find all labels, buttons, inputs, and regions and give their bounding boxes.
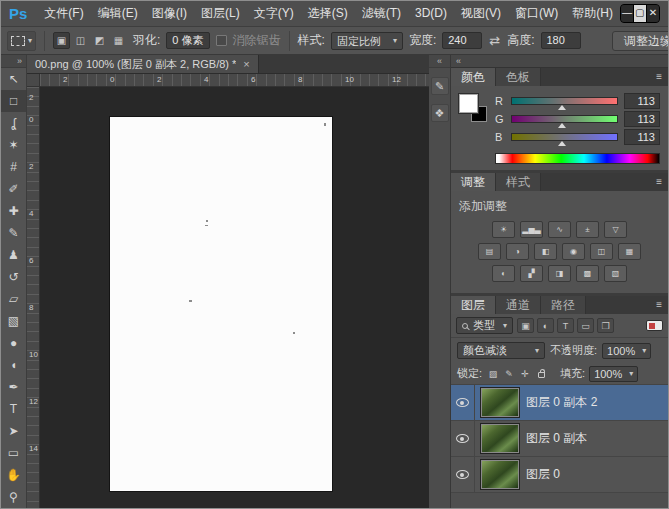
channel-mixer-icon[interactable]: ◫ — [590, 243, 613, 260]
move-tool[interactable]: ↖ — [1, 68, 26, 90]
channel-value-b[interactable]: 113 — [624, 129, 660, 145]
exposure-icon[interactable]: ± — [576, 221, 599, 238]
vibrance-icon[interactable]: ▽ — [604, 221, 627, 238]
menu-item-filter[interactable]: 滤镜(T) — [355, 1, 408, 26]
blend-mode-dropdown[interactable]: 颜色减淡 ▾ — [457, 342, 545, 359]
brush-panel-icon[interactable]: ✎ — [431, 77, 449, 95]
magic-wand-tool[interactable]: ✶ — [1, 134, 26, 156]
layer-filter-type-dropdown[interactable]: 类型 ▾ — [456, 317, 513, 334]
tab-adjustments[interactable]: 调整 — [451, 173, 496, 191]
slider-thumb[interactable] — [558, 141, 566, 146]
refine-edge-button[interactable]: 调整边缘 — [612, 31, 669, 51]
type-tool[interactable]: T — [1, 398, 26, 420]
canvas[interactable] — [40, 87, 429, 508]
layer-visibility-toggle[interactable] — [451, 421, 475, 456]
fill-dropdown[interactable]: 100% ▾ — [589, 366, 638, 382]
rectangular-marquee-tool[interactable]: □ — [1, 90, 26, 112]
menu-item-file[interactable]: 文件(F) — [37, 1, 90, 26]
curves-icon[interactable]: ∿ — [548, 221, 571, 238]
layer-thumbnail[interactable] — [481, 424, 519, 453]
threshold-icon[interactable]: ◨ — [548, 265, 571, 282]
lock-pixels-icon[interactable]: ✎ — [502, 366, 516, 381]
layer-row[interactable]: 图层 0 — [451, 457, 668, 493]
gradient-map-icon[interactable]: ▩ — [576, 265, 599, 282]
intersect-selection-icon[interactable]: ▦ — [110, 32, 127, 49]
channel-value-g[interactable]: 113 — [624, 111, 660, 127]
lock-transparency-icon[interactable]: ▨ — [486, 366, 500, 381]
levels-icon[interactable]: ▂▅▃ — [520, 221, 543, 238]
tool-preset-picker[interactable]: ▾ — [7, 31, 36, 51]
photo-filter-icon[interactable]: ◉ — [562, 243, 585, 260]
color-spectrum-bar[interactable] — [495, 153, 660, 164]
eraser-tool[interactable]: ▱ — [1, 288, 26, 310]
menu-item-3d[interactable]: 3D(D) — [408, 1, 454, 26]
clone-source-panel-icon[interactable]: ❖ — [431, 104, 449, 122]
lock-position-icon[interactable]: ✛ — [518, 366, 532, 381]
layer-row[interactable]: 图层 0 副本 2 — [451, 385, 668, 421]
document-tab[interactable]: 00.png @ 100% (图层 0 副本 2, RGB/8) * × — [27, 55, 259, 73]
zoom-tool[interactable]: ⚲ — [1, 486, 26, 508]
invert-icon[interactable]: ◐ — [492, 265, 515, 282]
history-brush-tool[interactable]: ↺ — [1, 266, 26, 288]
width-input[interactable]: 240 — [442, 32, 482, 49]
filter-adjustment-layers-icon[interactable]: ◐ — [537, 318, 554, 333]
layer-filter-toggle[interactable] — [646, 320, 663, 331]
rectangle-tool[interactable]: ▭ — [1, 442, 26, 464]
dock-collapse-button[interactable]: « — [451, 55, 668, 68]
slider-thumb[interactable] — [558, 105, 566, 110]
filter-pixel-layers-icon[interactable]: ▣ — [517, 318, 534, 333]
height-input[interactable]: 180 — [541, 32, 581, 49]
menu-item-help[interactable]: 帮助(H) — [565, 1, 620, 26]
pen-tool[interactable]: ✒ — [1, 376, 26, 398]
color-balance-icon[interactable]: ◑ — [506, 243, 529, 260]
channel-slider-g[interactable] — [511, 115, 618, 123]
tab-styles[interactable]: 样式 — [496, 173, 541, 191]
antialias-checkbox[interactable] — [216, 35, 227, 46]
menu-item-image[interactable]: 图像(I) — [145, 1, 194, 26]
maximize-button[interactable]: ▢ — [634, 5, 647, 22]
crop-tool[interactable]: # — [1, 156, 26, 178]
tab-layers[interactable]: 图层 — [451, 296, 496, 314]
clone-stamp-tool[interactable]: ♟ — [1, 244, 26, 266]
tab-close-icon[interactable]: × — [243, 58, 249, 70]
add-to-selection-icon[interactable]: ◫ — [72, 32, 89, 49]
layer-visibility-toggle[interactable] — [451, 457, 475, 492]
opacity-dropdown[interactable]: 100% ▾ — [602, 343, 651, 359]
tab-swatches[interactable]: 色板 — [496, 68, 541, 86]
path-selection-tool[interactable]: ➤ — [1, 420, 26, 442]
hue-saturation-icon[interactable]: ▤ — [478, 243, 501, 260]
feather-input[interactable]: 0 像素 — [166, 32, 209, 49]
brightness-contrast-icon[interactable]: ☀ — [492, 221, 515, 238]
vertical-ruler[interactable]: 202468101214 — [27, 87, 40, 508]
layer-row[interactable]: 图层 0 副本 — [451, 421, 668, 457]
panel-menu-icon[interactable]: ≡ — [650, 68, 668, 86]
subtract-from-selection-icon[interactable]: ◩ — [91, 32, 108, 49]
minimize-button[interactable]: — — [621, 5, 634, 22]
tab-paths[interactable]: 路径 — [541, 296, 586, 314]
menu-item-view[interactable]: 视图(V) — [454, 1, 508, 26]
tab-channels[interactable]: 通道 — [496, 296, 541, 314]
layer-thumbnail[interactable] — [481, 460, 519, 489]
horizontal-ruler[interactable]: 2024681012 — [40, 74, 429, 87]
channel-value-r[interactable]: 113 — [624, 93, 660, 109]
style-dropdown[interactable]: 固定比例 ▾ — [331, 32, 403, 50]
layer-visibility-toggle[interactable] — [451, 385, 475, 420]
blur-tool[interactable]: ● — [1, 332, 26, 354]
lock-all-icon[interactable] — [534, 366, 548, 381]
swap-width-height-button[interactable]: ⇄ — [488, 33, 501, 48]
eyedropper-tool[interactable]: ✐ — [1, 178, 26, 200]
toolbar-collapse-button[interactable]: » — [1, 55, 26, 68]
foreground-color-swatch[interactable] — [459, 94, 478, 113]
menu-item-select[interactable]: 选择(S) — [301, 1, 355, 26]
gradient-tool[interactable]: ▧ — [1, 310, 26, 332]
selective-color-icon[interactable]: ▧ — [604, 265, 627, 282]
dock-strip-expand-button[interactable]: « — [429, 55, 450, 68]
document-page[interactable] — [110, 117, 332, 491]
posterize-icon[interactable]: ▞ — [520, 265, 543, 282]
lasso-tool[interactable]: ʆ — [1, 112, 26, 134]
slider-thumb[interactable] — [558, 123, 566, 128]
menu-item-type[interactable]: 文字(Y) — [247, 1, 301, 26]
layer-thumbnail[interactable] — [481, 388, 519, 417]
menu-item-edit[interactable]: 编辑(E) — [91, 1, 145, 26]
dodge-tool[interactable]: ◖ — [1, 354, 26, 376]
